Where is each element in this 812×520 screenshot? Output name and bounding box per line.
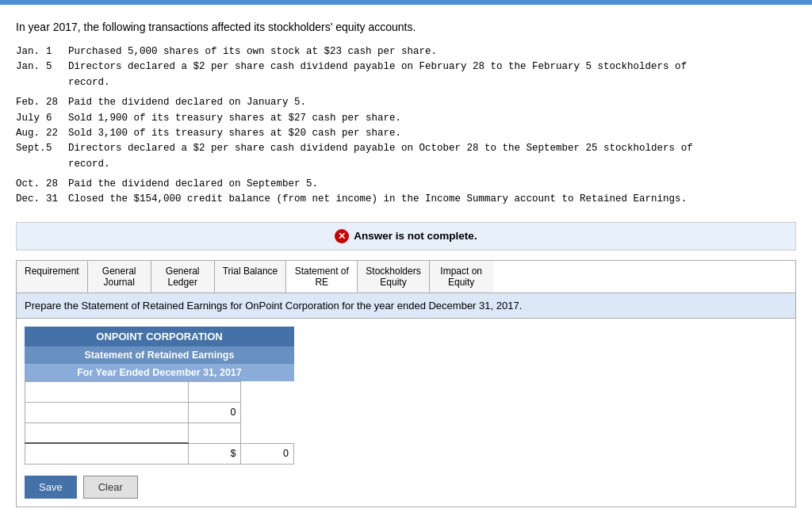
statement-table-wrapper: ONPOINT CORPORATION Statement of Retaine… [25, 327, 294, 465]
trans-day: 28 [46, 95, 68, 110]
trans-text: Directors declared a $2 per share cash d… [68, 59, 796, 75]
trans-day: 5 [46, 141, 68, 156]
trans-text: Sold 1,900 of its treasury shares at $27… [68, 111, 796, 126]
tab-statement-re[interactable]: Statement ofRE [286, 261, 358, 292]
instruction-text: Prepare the Statement of Retained Earnin… [25, 300, 522, 312]
trans-month: Sept. [16, 141, 46, 156]
list-item: record. [16, 157, 796, 172]
trans-month: Feb. [16, 95, 46, 110]
trans-text: record. [68, 157, 796, 172]
table-row-final: $ 0 [25, 443, 294, 464]
value-cell [188, 381, 241, 402]
list-item: Jan. 1 Purchased 5,000 shares of its own… [16, 44, 796, 59]
save-button[interactable]: Save [25, 476, 77, 499]
trans-month [16, 75, 46, 90]
trans-day: 5 [46, 59, 68, 75]
list-item: Dec. 31 Closed the $154,000 credit balan… [16, 192, 796, 207]
trans-day: 6 [46, 111, 68, 126]
list-item: record. [16, 75, 796, 90]
list-item: Feb. 28 Paid the dividend declared on Ja… [16, 95, 796, 110]
trans-text: Purchased 5,000 shares of its own stock … [68, 44, 796, 59]
tab-statement-re-label: Statement ofRE [295, 266, 349, 288]
statement-table: 0 [25, 381, 294, 465]
list-item: Oct. 28 Paid the dividend declared on Se… [16, 177, 796, 192]
statement-period: For Year Ended December 31, 2017 [25, 364, 294, 381]
answer-text: Answer is not complete. [354, 230, 477, 242]
tab-requirement[interactable]: Requirement [17, 261, 88, 292]
company-header: ONPOINT CORPORATION [25, 327, 294, 346]
tab-impact-on-equity-label: Impact onEquity [440, 266, 482, 288]
value-cell [188, 422, 241, 443]
clear-button[interactable]: Clear [83, 476, 138, 499]
table-row [25, 422, 294, 443]
tabs-section: Requirement GeneralJournal GeneralLedger… [16, 260, 796, 507]
value-input-1[interactable] [193, 386, 236, 397]
trans-month: July [16, 111, 46, 126]
trans-text: record. [68, 75, 796, 90]
label-input-3[interactable] [30, 427, 183, 438]
trans-month: Aug. [16, 126, 46, 141]
tab-requirement-label: Requirement [25, 266, 79, 277]
value-input-3[interactable] [193, 427, 236, 438]
label-cell [25, 381, 189, 402]
list-item: Jan. 5 Directors declared a $2 per share… [16, 59, 796, 75]
tab-stockholders-equity[interactable]: StockholdersEquity [358, 261, 429, 292]
label-input-2[interactable] [30, 407, 183, 418]
tabs-row: Requirement GeneralJournal GeneralLedger… [17, 261, 795, 293]
trans-month: Jan. [16, 44, 46, 59]
label-input-final[interactable] [30, 449, 183, 460]
intro-text: In year 2017, the following transactions… [16, 21, 796, 33]
list-item: Aug. 22 Sold 3,100 of its treasury share… [16, 126, 796, 141]
list-item: July 6 Sold 1,900 of its treasury shares… [16, 111, 796, 126]
value-cell-final: 0 [241, 443, 294, 464]
trans-month: Oct. [16, 177, 46, 192]
transactions-section: Jan. 1 Purchased 5,000 shares of its own… [16, 44, 796, 208]
label-cell [25, 422, 189, 443]
tab-stockholders-equity-label: StockholdersEquity [366, 266, 420, 288]
dollar-cell: $ [188, 443, 241, 464]
trans-day: 1 [46, 44, 68, 59]
value-cell: 0 [188, 402, 241, 422]
trans-month: Jan. [16, 59, 46, 75]
trans-text: Paid the dividend declared on September … [68, 177, 796, 192]
trans-text: Sold 3,100 of its treasury shares at $20… [68, 126, 796, 141]
page-container: In year 2017, the following transactions… [0, 5, 812, 520]
tab-trial-balance-label: Trial Balance [223, 266, 278, 277]
statement-subtitle: Statement of Retained Earnings [25, 346, 294, 364]
trans-day [46, 75, 68, 90]
tab-general-journal[interactable]: GeneralJournal [88, 261, 151, 292]
content-section: ONPOINT CORPORATION Statement of Retaine… [17, 319, 795, 507]
label-cell-final [25, 443, 189, 464]
bottom-buttons: Save Clear [25, 476, 787, 499]
trans-day: 31 [46, 192, 68, 207]
tab-general-journal-label: GeneralJournal [102, 266, 136, 288]
tab-general-ledger[interactable]: GeneralLedger [151, 261, 215, 292]
label-input-1[interactable] [30, 386, 183, 397]
trans-text: Paid the dividend declared on January 5. [68, 95, 796, 110]
answer-icon: ✕ [335, 229, 349, 243]
trans-day: 22 [46, 126, 68, 141]
table-row [25, 381, 294, 402]
trans-text: Directors declared a $2 per share cash d… [68, 141, 796, 156]
label-cell [25, 402, 189, 422]
trans-day: 28 [46, 177, 68, 192]
table-row: 0 [25, 402, 294, 422]
trans-month: Dec. [16, 192, 46, 207]
tab-trial-balance[interactable]: Trial Balance [215, 261, 287, 292]
instruction-row: Prepare the Statement of Retained Earnin… [17, 293, 795, 319]
trans-month [16, 157, 46, 172]
tab-impact-on-equity[interactable]: Impact onEquity [430, 261, 493, 292]
list-item: Sept. 5 Directors declared a $2 per shar… [16, 141, 796, 156]
answer-box: ✕ Answer is not complete. [16, 222, 796, 250]
value-display-2: 0 [230, 407, 236, 418]
trans-day [46, 157, 68, 172]
trans-text: Closed the $154,000 credit balance (from… [68, 192, 796, 207]
tab-general-ledger-label: GeneralLedger [166, 266, 200, 288]
